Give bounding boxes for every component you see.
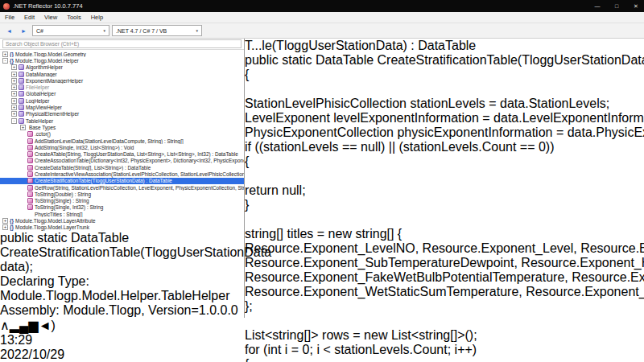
tree-item[interactable]: PhysicTitles : String[] [0,211,244,217]
minimize-button[interactable]: — [589,0,605,12]
network-icon[interactable]: ▂▄▆ [10,319,39,332]
system-tray: ∧▂▄▆◄) 13:29 2022/10/29 [0,318,644,362]
code-line: Resource.Exponent_FakeWetBulbPotentialTe… [245,270,644,299]
search-input[interactable]: Search Object Browser (Ctrl+E) [2,39,242,48]
framework-select[interactable]: .NET 4.7 / C# 7 / VB ▼ [112,25,202,36]
code-line [245,212,644,227]
tree-item[interactable]: ToString(Single, Int32) : String [0,204,244,211]
taskbar-clock[interactable]: 13:29 2022/10/29 [0,333,644,362]
reflector-app-icon [3,3,10,10]
tree-item[interactable]: +MapViewHelper [0,104,244,110]
volume-icon[interactable]: ◄) [39,319,56,332]
forward-button[interactable]: ► [18,25,30,36]
expand-icon[interactable]: + [11,91,17,97]
object-browser-panel: Search Object Browser (Ctrl+E) +{}Module… [0,39,245,318]
expand-icon[interactable]: + [11,84,17,90]
menu-tools[interactable]: Tools [62,14,86,21]
tree-item-label: ToString(Single) : String [35,198,89,204]
expand-icon[interactable]: + [11,64,17,70]
tree-item[interactable]: .cctor() [0,131,244,138]
tree-item[interactable]: CreateATable(String, TloggUserStationDat… [0,150,244,157]
tree-item-label: Module.Tlogp.Model.LayerTrunk [15,224,89,230]
tree-item[interactable]: +DataManager [0,71,244,77]
ns-icon: {} [10,224,14,230]
tree-item[interactable]: CreateInteractiveViewAssociation(Station… [0,171,244,177]
title-bar: .NET Reflector 10.0.7.774 — □ ✕ [0,0,644,12]
menu-view[interactable]: View [39,14,62,21]
code-line: } [245,198,644,212]
tree-item-label: ToString(Double) : String [35,191,91,197]
tree-item-label: CreateInteractiveViewAssociation(Station… [35,171,244,177]
collapse-icon[interactable]: - [11,118,17,124]
tree-item-label: LogHelper [26,98,50,104]
back-button[interactable]: ◄ [3,25,15,36]
menu-file[interactable]: File [0,14,19,21]
tree-item-label: ExponentManagerHelper [26,78,83,84]
cls-icon [19,111,24,117]
tree-item[interactable]: +{}Module.Tlogp.Model.Geometry [0,51,244,57]
code-line: public static DataTable CreateStratifica… [245,53,644,68]
code-line: { [245,154,644,169]
tree-item[interactable]: +ExponentManagerHelper [0,77,244,84]
field-icon [27,212,33,217]
code-line: }; [245,299,644,314]
tree-item-label: GetRow(String, StationLevelPhisicCollect… [35,185,244,191]
expand-icon[interactable]: + [2,218,8,224]
tree-item-label: PhysicTitles : String[] [35,212,82,217]
code-line: PhysicExponentCollection physicExponentI… [245,125,644,140]
tree-item[interactable]: +{}Module.Tlogp.Model.LayerAttribute [0,217,244,224]
close-button[interactable]: ✕ [628,0,644,12]
tree-item[interactable]: -{}Module.Tlogp.Model.Helper [0,57,244,64]
tree-item[interactable]: AddStationLevelData(StationLevelDataComp… [0,138,244,144]
member-signature: public static DataTable CreateStratifica… [0,231,244,274]
tree-item[interactable]: +FileHelper [0,84,244,90]
code-lines[interactable]: public static DataTable CreateStratifica… [245,53,644,362]
expand-icon[interactable]: + [11,111,17,117]
tree-item[interactable]: +LogHelper [0,97,244,104]
expand-icon[interactable]: + [11,72,17,77]
tab-decompiled-method[interactable]: T...le(TloggUserStationData) : DataTable [245,39,644,53]
desktop: .NET Reflector 10.0.7.774 — □ ✕ FileEdit… [0,0,644,362]
tree-item[interactable]: AddString(Single, Int32, List<String>) :… [0,144,244,150]
code-line: StationLevelPhisicCollection stationLeve… [245,97,644,111]
tree-item[interactable]: +Base Types [0,124,244,130]
tray-expand-icon[interactable]: ∧ [0,319,10,332]
taskbar: ∧▂▄▆◄) 13:29 2022/10/29 [0,318,644,362]
tree-item[interactable]: +GlobalHelper [0,91,244,97]
tree-item[interactable]: +AlgorithmHelper [0,64,244,71]
tree-item[interactable]: CreateDataTable(String[], List<String>) … [0,164,244,171]
cls-icon [19,91,24,97]
object-tree: +{}Module.Tlogp.Model.Geometry-{}Module.… [0,50,244,231]
method-icon [27,131,33,137]
tree-item[interactable]: ToString(Double) : String [0,191,244,197]
menu-help[interactable]: Help [86,14,108,21]
method-icon [27,178,33,183]
clock-time: 13:29 [0,333,644,348]
collapse-icon[interactable]: - [2,58,8,64]
method-icon [27,198,33,204]
tree-item[interactable]: -TableHelper [0,117,244,124]
method-icon [27,138,33,144]
expand-icon[interactable]: + [2,51,8,57]
method-icon [27,171,33,177]
expand-icon[interactable]: + [11,78,17,84]
tree-item[interactable]: +{}Module.Tlogp.Model.LayerTrunk [0,224,244,231]
expand-icon[interactable]: + [2,224,8,230]
code-line: string[] titles = new string[] { [245,227,644,241]
language-select[interactable]: C# ▼ [32,25,109,36]
tree-item[interactable]: ToString(Single) : String [0,198,244,204]
ns-icon: {} [10,51,14,57]
tree-item[interactable]: +PhysicalElementHelper [0,111,244,117]
menu-edit[interactable]: Edit [19,14,39,21]
cls-icon [19,118,24,124]
tree-item[interactable]: GetRow(String, StationLevelPhisicCollect… [0,184,244,191]
expand-icon[interactable]: + [11,98,17,104]
maximize-button[interactable]: □ [609,0,625,12]
tree-item[interactable]: CreateStratificationTable(TloggUserStati… [0,178,244,184]
expand-icon[interactable]: + [20,125,26,130]
tree-item[interactable]: CreateAssociationTable(Dictionary<Int32,… [0,158,244,164]
tray-icons: ∧▂▄▆◄) [0,319,56,332]
expand-icon[interactable]: + [11,105,17,110]
method-icon [27,185,33,191]
code-line: LevelExponent levelExponentInformation =… [245,111,644,125]
